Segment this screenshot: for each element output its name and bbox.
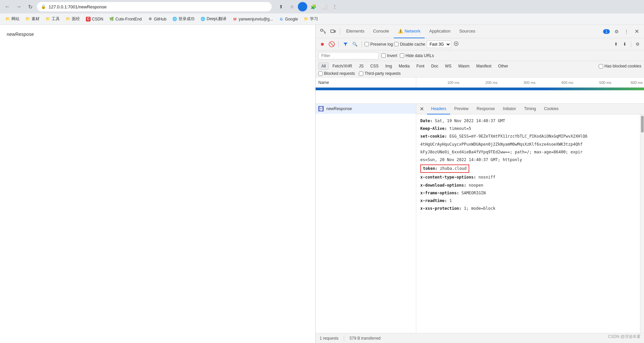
bookmark-login[interactable]: 🌐 登录成功 <box>170 15 197 23</box>
bookmark-cute-frontend[interactable]: 🌿 Cute-FrontEnd <box>107 16 145 22</box>
bookmark-button[interactable]: ☆ <box>287 2 297 11</box>
export-button[interactable]: ⬇ <box>621 41 628 48</box>
throttle-select[interactable]: Fast 3G <box>427 41 451 48</box>
tab-cookies[interactable]: Cookies <box>540 104 562 114</box>
hide-data-urls-checkbox[interactable] <box>400 53 404 58</box>
filter-ws[interactable]: WS <box>442 62 454 70</box>
header-setcookie-2: 4tHgUCrAyHquCuycxPPuxWDUApen0j2ZkNyamM0w… <box>420 141 636 148</box>
filter-media[interactable]: Media <box>396 62 413 70</box>
main-area: newRespose Elements Console <box>0 25 644 343</box>
devtools-close-button[interactable]: ✕ <box>632 27 641 36</box>
preserve-log-label[interactable]: Preserve log <box>365 42 393 47</box>
invert-label[interactable]: Invert <box>381 53 397 58</box>
tab-elements[interactable]: Elements <box>342 25 368 38</box>
headers-area: Date: Sat, 19 Nov 2022 14:40:37 GMT Keep… <box>416 114 644 333</box>
transferred-size: 579 B transferred <box>350 336 381 341</box>
blocked-requests-label[interactable]: Blocked requests <box>318 71 355 76</box>
filter-input[interactable] <box>318 52 379 59</box>
address-bar[interactable]: 🔒 127.0.0.1:7001/newResponse <box>37 2 272 11</box>
bookmark-mianjing[interactable]: 📁 面经 <box>63 15 83 23</box>
filter-fetch-xhr[interactable]: Fetch/XHR <box>329 62 355 70</box>
forward-button[interactable]: → <box>14 2 23 11</box>
throttle-settings-button[interactable] <box>452 41 460 48</box>
import-button[interactable]: ⬆ <box>612 41 620 48</box>
filter-bar: Invert Hide data URLs <box>316 50 644 61</box>
request-item-newresponse[interactable]: newResponse <box>316 104 416 114</box>
devtools-more-button[interactable]: ⋮ <box>622 27 631 36</box>
header-setcookie-1: set-cookie: EGG_SESS=mY-9EZeTXmtPX11rzcY… <box>420 133 636 140</box>
preserve-log-checkbox[interactable] <box>365 42 369 46</box>
bookmark-gmail[interactable]: M yanwenjunxtu@g... <box>230 16 275 22</box>
bookmark-google[interactable]: G Google <box>276 16 301 22</box>
tab-timing[interactable]: Timing <box>520 104 540 114</box>
blocked-requests-checkbox[interactable] <box>318 71 323 76</box>
filter-all[interactable]: All <box>318 62 329 70</box>
disable-cache-checkbox[interactable] <box>394 42 398 46</box>
timeline-100ms: 100 ms <box>447 81 460 85</box>
hide-data-urls-label[interactable]: Hide data URLs <box>400 53 434 58</box>
tab-preview[interactable]: Preview <box>450 104 473 114</box>
details-scrollbar[interactable] <box>640 114 644 333</box>
filter-font[interactable]: Font <box>413 62 427 70</box>
filter-extra-row: Blocked requests Third-party requests <box>318 71 641 76</box>
has-blocked-cookies-label[interactable]: Has blocked cookies <box>599 64 641 68</box>
tab-response[interactable]: Response <box>473 104 499 114</box>
has-blocked-cookies-checkbox[interactable] <box>599 64 603 68</box>
details-tabs-bar: ✕ Headers Preview Response Initiator Tim… <box>416 104 644 114</box>
filter-css[interactable]: CSS <box>367 62 382 70</box>
header-xxss: x-xss-protection: 1; mode=block <box>420 205 636 212</box>
bookmark-github[interactable]: ⚙ GitHub <box>145 16 169 22</box>
bookmark-csdn[interactable]: C CSDN <box>83 16 106 22</box>
toolbar-divider-3 <box>631 41 631 47</box>
filter-other[interactable]: Other <box>495 62 511 70</box>
profile-button[interactable]: 👤 <box>298 2 307 11</box>
tab-search-button[interactable]: ⬜ <box>319 2 329 11</box>
bookmark-sucai[interactable]: 📁 素材 <box>23 15 42 23</box>
filter-doc[interactable]: Doc <box>428 62 441 70</box>
disable-cache-label[interactable]: Disable cache <box>394 42 425 47</box>
filter-js[interactable]: JS <box>356 62 367 70</box>
search-button[interactable]: 🔍 <box>351 40 359 48</box>
filter-wasm[interactable]: Wasm <box>455 62 473 70</box>
tab-application[interactable]: Application <box>425 25 455 38</box>
tab-headers[interactable]: Headers <box>427 104 450 114</box>
third-party-label[interactable]: Third-party requests <box>359 71 400 76</box>
filter-manifest[interactable]: Manifest <box>473 62 494 70</box>
clear-button[interactable]: 🚫 <box>328 40 336 48</box>
invert-checkbox[interactable] <box>381 53 386 58</box>
header-xreadtime: x-readtime: 1 <box>420 197 636 205</box>
progress-bar-row <box>316 88 644 90</box>
network-settings-button[interactable]: ⚙ <box>634 41 641 48</box>
details-close-button[interactable]: ✕ <box>416 104 427 114</box>
inspector-button[interactable] <box>318 27 328 36</box>
refresh-button[interactable]: ↻ <box>25 2 35 11</box>
devtools-topbar: Elements Console ⚠️ Network Application … <box>316 25 644 38</box>
record-button[interactable]: ⏺ <box>318 40 326 48</box>
tab-sources[interactable]: Sources <box>455 25 479 38</box>
bookmark-deepl[interactable]: 🌐 DeepL翻译 <box>198 15 229 23</box>
web-icon: 🌐 <box>172 17 177 21</box>
timeline-600ms: 600 ms <box>631 81 643 85</box>
filter-img[interactable]: Img <box>382 62 395 70</box>
device-toggle-button[interactable] <box>328 27 338 36</box>
header-xcontent: x-content-type-options: nosniff <box>420 174 636 181</box>
headers-content: Date: Sat, 19 Nov 2022 14:40:37 GMT Keep… <box>416 114 640 333</box>
third-party-checkbox[interactable] <box>359 71 363 76</box>
tab-network[interactable]: ⚠️ Network <box>394 25 425 38</box>
bookmark-gongju[interactable]: 📁 工具 <box>43 15 62 23</box>
timeline-header: Name 100 ms 200 ms 300 ms 400 ms 500 ms … <box>316 78 644 88</box>
filter-button[interactable] <box>341 40 350 48</box>
timeline-400ms: 400 ms <box>561 81 573 85</box>
tab-console[interactable]: Console <box>369 25 393 38</box>
extension-button[interactable]: 🧩 <box>309 2 318 11</box>
more-button[interactable]: ⋮ <box>330 2 339 11</box>
tab-initiator[interactable]: Initiator <box>499 104 520 114</box>
folder-icon: 📁 <box>25 17 30 21</box>
bookmarks-bar: 📁 网站 📁 素材 📁 工具 📁 面经 C CSDN 🌿 Cute-FrontE… <box>0 13 644 25</box>
bookmark-wangzhan[interactable]: 📁 网站 <box>3 15 22 23</box>
back-button[interactable]: ← <box>3 2 12 11</box>
header-setcookie-3: kFyJ8ozUNeOi_6xxd4ieBa4fVYpq9TEd2ww==; p… <box>420 148 636 156</box>
bookmark-xuexi[interactable]: 📁 学习 <box>301 15 321 23</box>
share-button[interactable]: ⬆ <box>276 2 286 11</box>
devtools-settings-button[interactable]: ⚙ <box>612 27 621 36</box>
